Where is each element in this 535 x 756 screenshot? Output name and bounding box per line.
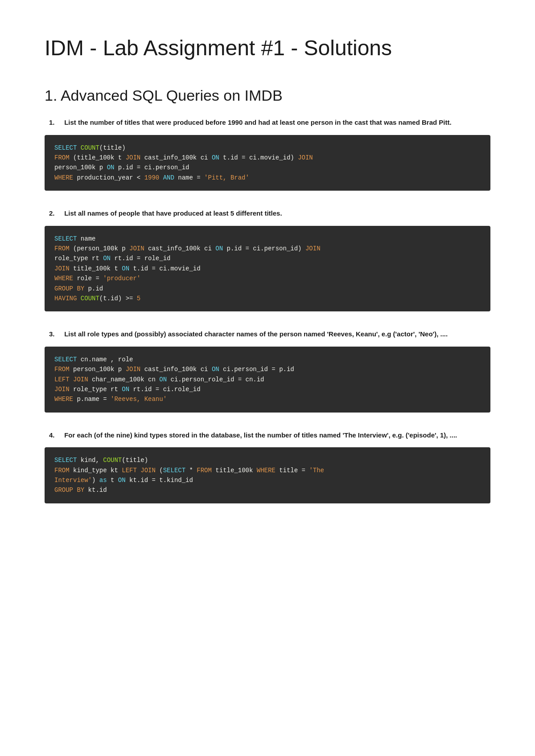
question-item-1: 1. List the number of titles that were p…	[45, 118, 490, 191]
question-label-4: For each (of the nine) kind types stored…	[64, 431, 457, 439]
code-block-4: SELECT kind, COUNT(title) FROM kind_type…	[45, 447, 490, 503]
question-text-4: 4. For each (of the nine) kind types sto…	[45, 430, 490, 441]
question-list: 1. List the number of titles that were p…	[45, 118, 490, 503]
question-number-1: 1.	[49, 118, 62, 128]
question-number-2: 2.	[49, 208, 62, 219]
question-item-4: 4. For each (of the nine) kind types sto…	[45, 430, 490, 503]
code-block-1: SELECT COUNT(title) FROM (title_100k t J…	[45, 135, 490, 191]
question-number-4: 4.	[49, 430, 62, 441]
question-item-2: 2. List all names of people that have pr…	[45, 208, 490, 311]
code-block-2: SELECT name FROM (person_100k p JOIN cas…	[45, 226, 490, 312]
section-title: 1. Advanced SQL Queries on IMDB	[45, 87, 490, 104]
question-number-3: 3.	[49, 329, 62, 339]
page-title: IDM - Lab Assignment #1 - Solutions	[45, 36, 490, 60]
section-1: 1. Advanced SQL Queries on IMDB 1. List …	[45, 87, 490, 503]
question-label-1: List the number of titles that were prod…	[64, 119, 452, 126]
question-text-1: 1. List the number of titles that were p…	[45, 118, 490, 128]
question-text-2: 2. List all names of people that have pr…	[45, 208, 490, 219]
question-label-2: List all names of people that have produ…	[64, 209, 282, 217]
code-block-3: SELECT cn.name , role FROM person_100k p…	[45, 347, 490, 413]
question-text-3: 3. List all role types and (possibly) as…	[45, 329, 490, 339]
question-item-3: 3. List all role types and (possibly) as…	[45, 329, 490, 412]
question-label-3: List all role types and (possibly) assoc…	[64, 330, 448, 338]
